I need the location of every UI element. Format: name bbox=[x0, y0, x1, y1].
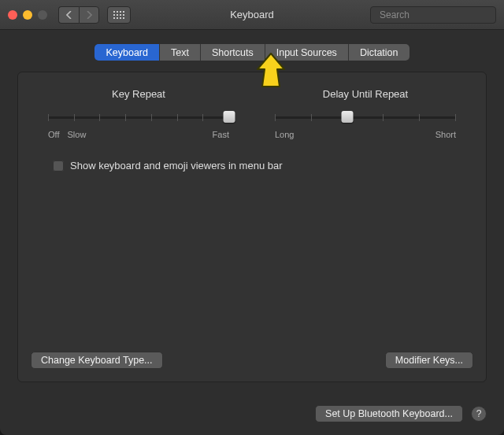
grid-icon bbox=[113, 11, 124, 19]
modifier-keys-button[interactable]: Modifier Keys... bbox=[385, 352, 473, 369]
change-keyboard-type-button[interactable]: Change Keyboard Type... bbox=[31, 352, 163, 369]
delay-knob[interactable] bbox=[342, 111, 354, 123]
key-repeat-scale-fast: Fast bbox=[213, 130, 229, 139]
search-input[interactable] bbox=[380, 9, 498, 20]
key-repeat-knob[interactable] bbox=[224, 111, 235, 123]
show-emoji-viewers-label: Show keyboard and emoji viewers in menu … bbox=[70, 160, 283, 171]
key-repeat-block: Key Repeat Off Slow Fast bbox=[48, 88, 229, 139]
delay-slider[interactable] bbox=[275, 109, 456, 125]
titlebar: Keyboard bbox=[0, 0, 504, 30]
delay-label: Delay Until Repeat bbox=[275, 88, 456, 100]
tab-keyboard[interactable]: Keyboard bbox=[94, 44, 160, 61]
key-repeat-scale-off: Off bbox=[48, 130, 59, 139]
tab-shortcuts[interactable]: Shortcuts bbox=[201, 44, 265, 61]
content-area: Keyboard Text Shortcuts Input Sources Di… bbox=[0, 30, 504, 435]
zoom-window-button[interactable] bbox=[38, 10, 47, 20]
delay-scale-long: Long bbox=[275, 130, 294, 139]
tab-text[interactable]: Text bbox=[160, 44, 201, 61]
key-repeat-scale-slow: Slow bbox=[67, 130, 86, 139]
tab-dictation[interactable]: Dictation bbox=[349, 44, 410, 61]
key-repeat-slider[interactable] bbox=[48, 109, 229, 125]
delay-block: Delay Until Repeat Long Short bbox=[275, 88, 456, 139]
show-emoji-viewers-checkbox[interactable] bbox=[53, 160, 64, 171]
show-all-button[interactable] bbox=[107, 6, 131, 24]
delay-scale-short: Short bbox=[435, 130, 456, 139]
search-field[interactable] bbox=[370, 6, 496, 24]
forward-button[interactable] bbox=[79, 6, 99, 24]
show-emoji-viewers-row[interactable]: Show keyboard and emoji viewers in menu … bbox=[53, 160, 456, 171]
help-button[interactable]: ? bbox=[471, 406, 487, 422]
preferences-window: Keyboard Keyboard Text Shortcuts Input S… bbox=[0, 0, 504, 435]
tab-bar: Keyboard Text Shortcuts Input Sources Di… bbox=[17, 44, 487, 61]
minimize-window-button[interactable] bbox=[23, 10, 32, 20]
nav-buttons bbox=[58, 6, 99, 24]
back-button[interactable] bbox=[58, 6, 79, 24]
traffic-lights bbox=[8, 10, 47, 20]
close-window-button[interactable] bbox=[8, 10, 17, 20]
settings-panel: Key Repeat Off Slow Fast bbox=[17, 72, 487, 382]
tab-input-sources[interactable]: Input Sources bbox=[265, 44, 349, 61]
setup-bluetooth-keyboard-button[interactable]: Set Up Bluetooth Keyboard... bbox=[315, 405, 463, 422]
key-repeat-label: Key Repeat bbox=[48, 88, 229, 100]
